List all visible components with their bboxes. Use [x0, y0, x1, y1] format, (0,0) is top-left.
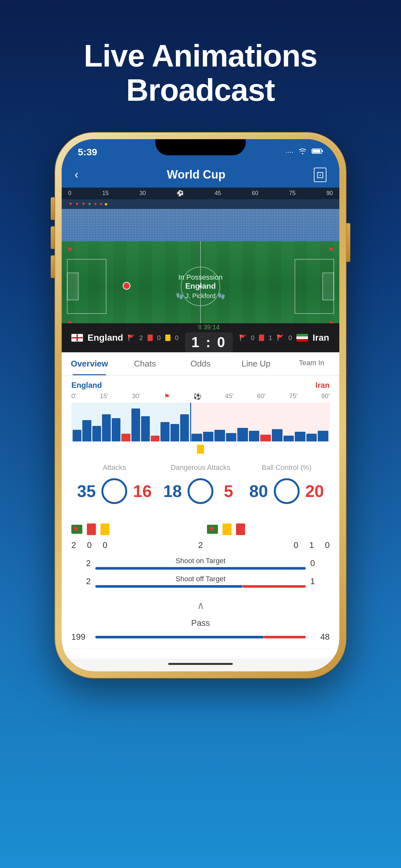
- back-button[interactable]: ‹: [74, 168, 79, 182]
- header-title: World Cup: [167, 168, 225, 182]
- stats-section: Attacks Dangerous Attacks Ball Control (…: [62, 457, 339, 518]
- england-num-1: 2: [71, 540, 76, 550]
- england-flag: [71, 334, 83, 342]
- england-shoot-on: 2: [71, 558, 91, 568]
- pass-section: Pass 199 48: [62, 615, 339, 645]
- svg-rect-9: [322, 273, 334, 300]
- yellow-card-icon: [197, 445, 204, 454]
- svg-rect-7: [67, 273, 78, 300]
- tabs-bar: Overview Chats Odds Line Up Team In: [62, 352, 339, 376]
- iran-num-2: 1: [309, 540, 314, 550]
- yellow-card-marker: [62, 445, 339, 454]
- england-corners-icon: 🚩: [127, 334, 135, 341]
- iran-header: Iran: [315, 381, 330, 390]
- away-stats: 🚩 0 1 🚩 0: [239, 334, 292, 342]
- home-stats: 🚩 2 0 0: [127, 334, 178, 342]
- attacks-circle: [101, 478, 127, 504]
- shoot-off-bar: [95, 585, 306, 588]
- shoot-on-target-row: 2 Shoot on Target 0: [71, 557, 330, 569]
- phone-screen: 5:39 ····: [62, 139, 339, 671]
- iran-corner-flag: [207, 525, 218, 534]
- notch: [155, 139, 246, 155]
- england-red-val: 0: [157, 334, 161, 342]
- shoot-stats: 2 Shoot on Target 0 2: [62, 554, 339, 596]
- home-bar: [168, 663, 233, 665]
- timeline-labels: 0' 15' 30' ⚑ ⚽ 45' 60' 75' 90': [71, 392, 330, 400]
- possession-info: In Possession England 🧤 J. Pickford 🧤: [176, 273, 225, 300]
- england-red-icon: [148, 335, 153, 341]
- england-corners-val: 2: [139, 334, 143, 342]
- england-cards: [71, 523, 194, 535]
- home-team-section: England 🚩 2 0 0: [71, 333, 179, 343]
- hero-line1: Live Animations: [0, 39, 401, 73]
- iran-num-3: 0: [325, 540, 330, 550]
- attacks-label: Attacks: [71, 463, 158, 472]
- iran-red-val: 1: [269, 334, 272, 342]
- england-yellow-icon: [165, 335, 171, 341]
- stadium-crowd: [62, 209, 339, 241]
- football-pitch: In Possession England 🧤 J. Pickford 🧤 ⚑ …: [62, 241, 339, 323]
- status-bar: 5:39 ····: [62, 139, 339, 162]
- corner-flag-top-left: ⚑: [67, 246, 73, 253]
- hero-line2: Broadcast: [0, 73, 401, 107]
- pass-bar-row: 199 48: [71, 632, 330, 642]
- iran-cards: [207, 523, 330, 535]
- iran-yellow-card: [222, 523, 232, 535]
- hero-section: Live Animations Broadcast: [0, 0, 401, 133]
- home-team-name: England: [88, 333, 123, 343]
- tab-odds[interactable]: Odds: [173, 352, 228, 375]
- away-team-section: Iran 🚩 0 1 🚩 0: [239, 333, 330, 343]
- shoot-on-section: Shoot on Target: [95, 557, 306, 569]
- corner-flag-left: ⚑: [67, 319, 73, 323]
- tab-teaminfo[interactable]: Team In: [284, 352, 339, 375]
- possession-team: England: [176, 282, 225, 290]
- iran-bars: [190, 403, 330, 441]
- iran-flag-icon: 🚩: [277, 334, 284, 341]
- tab-chats[interactable]: Chats: [117, 352, 173, 375]
- numbers-row: 2 0 0 2 0 1 0: [62, 540, 339, 554]
- volume-down-button[interactable]: [51, 255, 55, 278]
- timeline-chart: 0' 15' 30' ⚑ ⚽ 45' 60' 75' 90': [62, 392, 339, 441]
- center-num: 2: [191, 540, 210, 550]
- chevron-row[interactable]: ∧: [62, 596, 339, 615]
- iran-pass-val: 48: [310, 632, 330, 642]
- app-header: ‹ World Cup ⊡: [62, 162, 339, 188]
- pass-label: Pass: [71, 618, 330, 628]
- volume-up-button[interactable]: [51, 226, 55, 249]
- england-yellow-val: 0: [175, 334, 179, 342]
- chevron-up-icon[interactable]: ∧: [197, 599, 204, 612]
- ballcontrol-circle: [274, 478, 300, 504]
- iran-red-card: [236, 523, 245, 535]
- iran-numbers: 0 1 0: [210, 540, 330, 550]
- possession-player: 🧤 J. Pickford 🧤: [176, 292, 225, 300]
- expand-button[interactable]: ⊡: [314, 167, 327, 182]
- extra-space: [62, 649, 339, 658]
- iran-num-1: 0: [294, 540, 298, 550]
- svg-rect-2: [322, 150, 323, 152]
- england-ballcontrol-val: 80: [243, 482, 274, 501]
- iran-corners-val: 0: [251, 334, 254, 342]
- status-time: 5:39: [78, 147, 97, 158]
- wifi-icon: [298, 148, 307, 156]
- england-red-card: [87, 523, 96, 535]
- stadium-animation: 0 15 30 ⚽ 45 60 75 90 ▼ ▼ ▼: [62, 188, 339, 323]
- shoot-off-section: Shoot off Target: [95, 575, 306, 588]
- england-num-2: 0: [87, 540, 91, 550]
- tab-lineup[interactable]: Line Up: [228, 352, 284, 375]
- england-pass-val: 199: [71, 632, 91, 642]
- iran-attacks-val: 16: [127, 482, 157, 501]
- timeline-ruler: 0 15 30 ⚽ 45 60 75 90: [62, 188, 339, 199]
- team-header-row: England Iran: [62, 376, 339, 392]
- phone-mockup: 5:39 ····: [0, 133, 401, 678]
- score-bar: England 🚩 2 0 0 II 39:14 1 : 0 Iran: [62, 323, 339, 352]
- iran-shoot-off: 1: [310, 577, 330, 586]
- ballcontrol-label: Ball Control (%): [243, 463, 330, 472]
- iran-flag: [297, 334, 308, 342]
- england-header: England: [71, 381, 102, 390]
- cards-row: [62, 518, 339, 540]
- england-shoot-off: 2: [71, 577, 91, 586]
- corner-flag-right: ⚑: [328, 319, 334, 323]
- england-numbers: 2 0 0: [71, 540, 191, 550]
- tab-overview[interactable]: Overview: [62, 352, 117, 375]
- england-attacks-val: 35: [71, 482, 101, 501]
